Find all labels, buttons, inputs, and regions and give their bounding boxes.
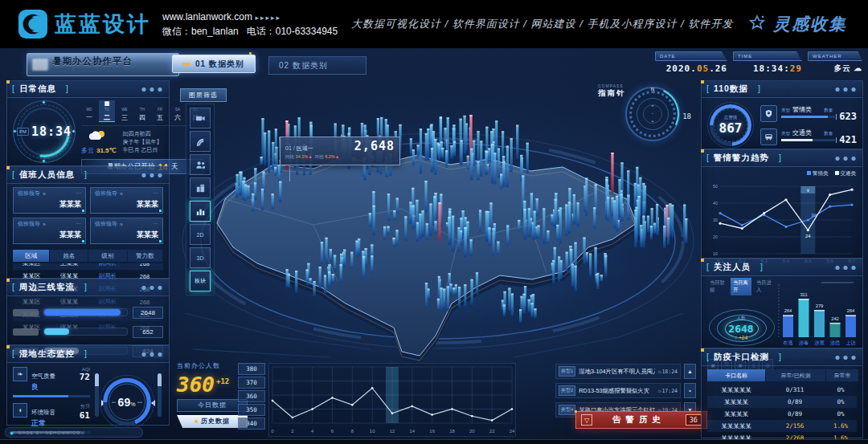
checkpoint-row[interactable]: 某某某某某 0/311 0% xyxy=(707,384,857,396)
office-history-chart[interactable]: 024681012141618202224 xyxy=(268,363,516,440)
checkpoint-detected: 0/311 xyxy=(765,386,825,393)
history-data-button[interactable]: 历史数据 xyxy=(177,415,248,428)
layer-button-camera[interactable] xyxy=(190,108,211,128)
alert-list: 类型1 湿地3-104片区有不明人员闯入 18:24 类型2 RD13-53烟感… xyxy=(555,364,681,418)
svg-text:上访: 上访 xyxy=(845,340,855,345)
scroll-dot-button[interactable]: • xyxy=(684,383,696,398)
flow-label-chip xyxy=(13,309,39,316)
svg-text:0: 0 xyxy=(271,429,274,434)
inspiration-collect[interactable]: 灵感收集 xyxy=(747,13,847,35)
panel-checkpoint: 防疫卡口检测 卡口名称异常/已检测异常率 某某某某某 0/311 0% 某某某某… xyxy=(701,348,863,438)
legend-item[interactable]: 警情类 xyxy=(807,170,829,177)
alarm-type-row: 类型交通类 数量 421 xyxy=(760,128,857,145)
dashboard-subtitle: SUMMER WORKING PLATFORM xyxy=(52,66,125,73)
panel-window-controls[interactable] xyxy=(141,173,164,178)
duty-role: 值班领导 xyxy=(18,189,40,198)
alert-row[interactable]: 类型1 湿地3-104片区有不明人员闯入 18:24 xyxy=(555,364,681,379)
panel-duty-staff: 值班人员信息 值班领导»⋯ 某某某 值班领导»⋯ 某某某 值班领导»⋯ 某某某 … xyxy=(6,166,170,279)
alarm-type-count: 421 xyxy=(839,134,857,145)
checkpoint-detected: 2/156 xyxy=(765,422,825,430)
svg-text:20: 20 xyxy=(713,234,718,239)
focus-count-label: 人数 xyxy=(737,316,746,320)
duty-name: 某某某 xyxy=(95,230,158,240)
duty-name: 某某某 xyxy=(18,199,81,210)
alert-history-banner[interactable]: ▽ 告警历史 36 xyxy=(575,411,707,429)
alert-row[interactable]: 类型2 RD13-53烟感报警疑似火灾 17:24 xyxy=(555,383,681,398)
checkpoint-row[interactable]: 某某某某某 2/156 1.6% xyxy=(707,420,857,432)
checkpoint-rate: 1.6% xyxy=(825,422,857,430)
tooltip-region: 区域一 xyxy=(297,145,313,153)
duty-table-row[interactable]: 某某区王某某副局长268 xyxy=(13,263,163,270)
duty-card[interactable]: 值班领导»⋯ 某某某 xyxy=(90,218,163,244)
panel-title: 警情警力趋势 xyxy=(706,153,782,164)
wechat-label: 微信： xyxy=(162,26,191,37)
duty-name: 某某某 xyxy=(95,199,158,210)
panel-window-controls[interactable] xyxy=(835,156,858,161)
duty-card[interactable]: 值班领导»⋯ 某某某 xyxy=(13,218,86,244)
focus-tab[interactable]: 当日驻留 xyxy=(707,278,728,295)
layer-button-building[interactable] xyxy=(190,177,211,198)
corner-accent xyxy=(6,345,10,348)
panel-window-controls[interactable] xyxy=(835,355,858,360)
duty-table-header: 区域姓名级别警力数 xyxy=(13,249,163,262)
duty-card[interactable]: 值班领导»⋯ 某某某 xyxy=(13,187,86,214)
corner-accent xyxy=(701,149,704,153)
office-ytick: 350 xyxy=(238,404,265,416)
svg-text:10: 10 xyxy=(370,429,375,434)
scroll-up-button[interactable]: ▲ xyxy=(684,364,696,379)
panel-window-controls[interactable] xyxy=(141,87,164,92)
legend-item[interactable]: 交通类 xyxy=(835,170,857,177)
warning-triangle-icon: ▽ xyxy=(581,414,592,426)
alert-tag: 类型4 xyxy=(559,405,575,415)
cloud-sun-icon xyxy=(88,129,109,142)
layer-button-chart[interactable] xyxy=(190,201,211,222)
focus-tab[interactable]: 当日进入 xyxy=(754,278,775,295)
compass-dial[interactable]: N ⌃·⌄ xyxy=(625,87,680,141)
svg-text:311: 311 xyxy=(800,292,807,297)
alarm-type-count: 623 xyxy=(839,111,857,122)
today-data-button[interactable]: 今日数据 xyxy=(177,399,248,412)
flow-track xyxy=(43,328,128,336)
slider-left[interactable] xyxy=(95,373,99,417)
map-area: 图层筛选 2D 3D 板块 COMPASS 指南针 N ⌃·⌄ 18 01 / … xyxy=(169,48,699,444)
focus-tab[interactable]: 当日离开 xyxy=(731,278,751,295)
svg-text:16: 16 xyxy=(429,429,435,434)
trend-chart[interactable]: 5040302010∨30245.15.25.35.45.55.65.7 xyxy=(702,167,862,272)
layer-button-signal[interactable] xyxy=(190,131,211,152)
brand-logo[interactable]: 蓝蓝设计 xyxy=(18,9,151,39)
checkpoint-name: 某某某某某 xyxy=(707,386,765,394)
panel-title: 关注人员 xyxy=(706,262,764,273)
weekday-TU: ▦TU二 xyxy=(99,100,115,122)
slider-right[interactable] xyxy=(158,373,162,417)
layer-button-3D[interactable]: 3D xyxy=(190,247,211,268)
panel-window-controls[interactable] xyxy=(835,265,858,271)
panel-passenger-flow: 周边三线客流 2648 652 824 xyxy=(6,279,170,345)
checkpoint-name: 某某某某 xyxy=(707,410,765,418)
layer-button-板块[interactable]: 板块 xyxy=(190,271,211,291)
office-ytick: 380 xyxy=(238,363,265,375)
duty-card[interactable]: 值班领导»⋯ 某某某 xyxy=(90,187,163,214)
checkpoint-row[interactable]: 某某某某 0/89 0% xyxy=(707,396,857,408)
panel-window-controls[interactable] xyxy=(141,285,164,291)
alert-text: 湿地3-104片区有不明人员闯入 xyxy=(579,368,654,376)
checkpoint-detected: 0/89 xyxy=(765,410,825,418)
panel-window-controls[interactable] xyxy=(835,87,858,92)
eco-gauge: 69% xyxy=(100,375,154,430)
dashboard-title: 暑期办公协作平台 xyxy=(52,56,133,66)
dashboard-title-plate: 暑期办公协作平台 SUMMER WORKING PLATFORM xyxy=(27,53,179,76)
svg-text:6: 6 xyxy=(331,429,334,434)
layer-filter-buttons: 2D 3D 板块 xyxy=(186,104,215,295)
lunar-calendar: 闰四月初四 庚子年【鼠年】 辛巳月 乙巳日 xyxy=(123,130,162,154)
corner-accent xyxy=(6,166,10,169)
focus-podium: 人数 2648 ↑ +24 xyxy=(707,298,775,356)
checkpoint-row[interactable]: 某某某某 0/89 0% xyxy=(707,408,857,420)
svg-text:10: 10 xyxy=(713,251,718,256)
panel-trend: 警情警力趋势 警情类交通类 5040302010∨30245.15.25.35.… xyxy=(701,149,863,259)
panel-window-controls[interactable] xyxy=(141,352,164,357)
layer-button-people[interactable] xyxy=(190,154,211,175)
svg-text:涉恐: 涉恐 xyxy=(830,340,841,346)
alarm-type-name: 交通类 xyxy=(792,128,812,137)
website-link[interactable]: www.lanlanwork.com xyxy=(162,11,252,22)
corner-accent xyxy=(701,259,704,262)
layer-button-2D[interactable]: 2D xyxy=(190,224,211,245)
